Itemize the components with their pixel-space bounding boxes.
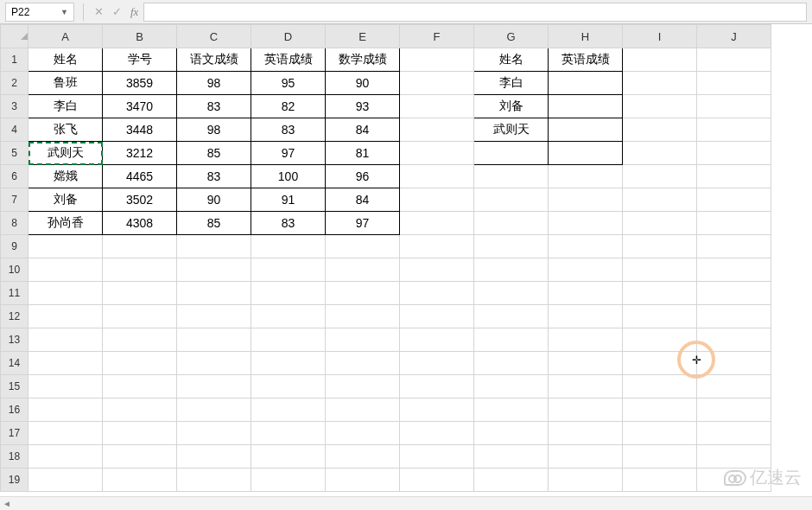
cell-G16[interactable]: [474, 398, 549, 422]
cell-F19[interactable]: [400, 469, 474, 492]
cell-B15[interactable]: [103, 375, 177, 398]
cell-B17[interactable]: [103, 422, 177, 445]
cell-B10[interactable]: [103, 258, 177, 282]
cell-F5[interactable]: [400, 142, 474, 165]
cell-D5[interactable]: 97: [251, 142, 326, 165]
column-header-B[interactable]: B: [103, 25, 177, 48]
cell-I4[interactable]: [623, 118, 697, 142]
cell-D18[interactable]: [251, 445, 326, 469]
row-header-13[interactable]: 13: [1, 328, 29, 352]
cell-B7[interactable]: 3502: [103, 188, 177, 212]
row-header-17[interactable]: 17: [1, 422, 29, 445]
cell-G6[interactable]: [474, 165, 549, 188]
cell-G7[interactable]: [474, 188, 549, 212]
cell-A11[interactable]: [29, 282, 103, 305]
cell-G11[interactable]: [474, 282, 549, 305]
cell-C15[interactable]: [177, 375, 251, 398]
cell-H12[interactable]: [549, 305, 623, 328]
horizontal-scrollbar[interactable]: ◄: [0, 496, 812, 510]
cell-A18[interactable]: [29, 445, 103, 469]
cell-G18[interactable]: [474, 445, 549, 469]
cell-G13[interactable]: [474, 328, 549, 352]
cell-J2[interactable]: [697, 72, 771, 95]
cell-H19[interactable]: [549, 469, 623, 492]
cell-I10[interactable]: [623, 258, 697, 282]
scroll-left-icon[interactable]: ◄: [0, 497, 14, 511]
cell-A5[interactable]: 武则天: [29, 142, 103, 165]
cell-J7[interactable]: [697, 188, 771, 212]
cell-D12[interactable]: [251, 305, 326, 328]
cell-D19[interactable]: [251, 469, 326, 492]
cell-J10[interactable]: [697, 258, 771, 282]
cell-I11[interactable]: [623, 282, 697, 305]
cell-E18[interactable]: [326, 445, 400, 469]
column-header-C[interactable]: C: [177, 25, 251, 48]
cell-G4[interactable]: 武则天: [474, 118, 549, 142]
name-box[interactable]: P22 ▼: [5, 3, 74, 22]
cell-D6[interactable]: 100: [251, 165, 326, 188]
cell-D2[interactable]: 95: [251, 72, 326, 95]
cell-H9[interactable]: [549, 235, 623, 258]
cell-J16[interactable]: [697, 398, 771, 422]
cell-B2[interactable]: 3859: [103, 72, 177, 95]
cell-J9[interactable]: [697, 235, 771, 258]
cell-G9[interactable]: [474, 235, 549, 258]
cell-C1[interactable]: 语文成绩: [177, 48, 251, 72]
cell-H6[interactable]: [549, 165, 623, 188]
cell-J5[interactable]: [697, 142, 771, 165]
cell-A19[interactable]: [29, 469, 103, 492]
column-header-A[interactable]: A: [29, 25, 103, 48]
cell-F6[interactable]: [400, 165, 474, 188]
cell-C10[interactable]: [177, 258, 251, 282]
cell-A10[interactable]: [29, 258, 103, 282]
cell-E4[interactable]: 84: [326, 118, 400, 142]
cell-H7[interactable]: [549, 188, 623, 212]
cell-D13[interactable]: [251, 328, 326, 352]
cell-A16[interactable]: [29, 398, 103, 422]
cell-A15[interactable]: [29, 375, 103, 398]
cell-J8[interactable]: [697, 212, 771, 235]
cell-I1[interactable]: [623, 48, 697, 72]
cell-D4[interactable]: 83: [251, 118, 326, 142]
cell-A17[interactable]: [29, 422, 103, 445]
cell-F2[interactable]: [400, 72, 474, 95]
cell-D3[interactable]: 82: [251, 95, 326, 118]
row-header-6[interactable]: 6: [1, 165, 29, 188]
cell-C14[interactable]: [177, 352, 251, 375]
cell-D16[interactable]: [251, 398, 326, 422]
cell-A1[interactable]: 姓名: [29, 48, 103, 72]
cell-C9[interactable]: [177, 235, 251, 258]
cell-E9[interactable]: [326, 235, 400, 258]
cell-I16[interactable]: [623, 398, 697, 422]
cell-B9[interactable]: [103, 235, 177, 258]
cell-F3[interactable]: [400, 95, 474, 118]
select-all-corner[interactable]: [1, 25, 29, 48]
cell-C18[interactable]: [177, 445, 251, 469]
cell-F18[interactable]: [400, 445, 474, 469]
cell-A6[interactable]: 嫦娥: [29, 165, 103, 188]
row-header-18[interactable]: 18: [1, 445, 29, 469]
column-header-J[interactable]: J: [697, 25, 771, 48]
confirm-icon[interactable]: ✓: [112, 5, 122, 18]
column-header-G[interactable]: G: [474, 25, 549, 48]
cell-G15[interactable]: [474, 375, 549, 398]
cell-A4[interactable]: 张飞: [29, 118, 103, 142]
cell-J3[interactable]: [697, 95, 771, 118]
cell-F17[interactable]: [400, 422, 474, 445]
cell-C6[interactable]: 83: [177, 165, 251, 188]
column-header-I[interactable]: I: [623, 25, 697, 48]
cell-F12[interactable]: [400, 305, 474, 328]
cell-H4[interactable]: [549, 118, 623, 142]
cell-I6[interactable]: [623, 165, 697, 188]
cell-E17[interactable]: [326, 422, 400, 445]
cell-J4[interactable]: [697, 118, 771, 142]
cell-B6[interactable]: 4465: [103, 165, 177, 188]
row-header-10[interactable]: 10: [1, 258, 29, 282]
cell-I7[interactable]: [623, 188, 697, 212]
cell-G8[interactable]: [474, 212, 549, 235]
cell-H2[interactable]: [549, 72, 623, 95]
cell-I17[interactable]: [623, 422, 697, 445]
name-box-dropdown-icon[interactable]: ▼: [60, 8, 68, 16]
cell-B18[interactable]: [103, 445, 177, 469]
cell-E12[interactable]: [326, 305, 400, 328]
